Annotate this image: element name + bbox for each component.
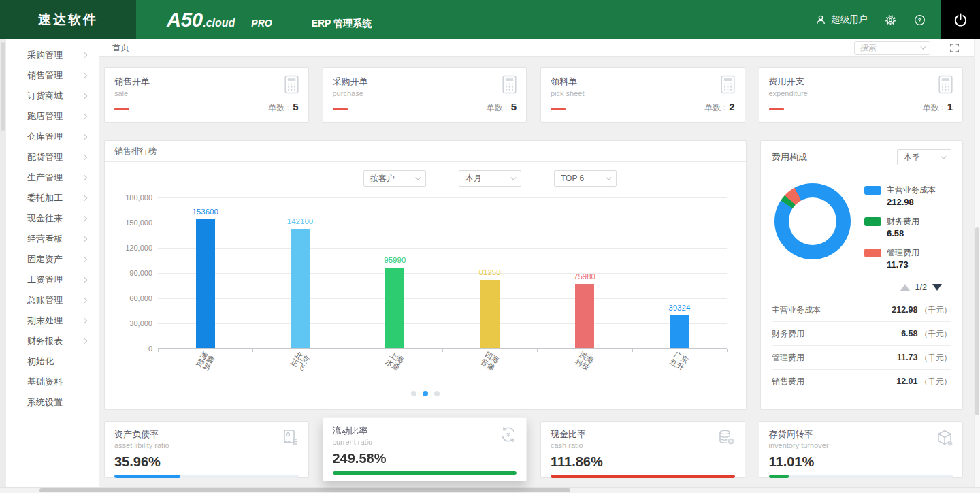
stat-card-count: 单数 : 5 (487, 101, 517, 114)
chevron-right-icon (82, 318, 87, 323)
breadcrumb-home[interactable]: 首页 (112, 42, 129, 54)
sidebar-item-14[interactable]: 财务报表 (0, 331, 99, 351)
vertical-scrollbar-thumb[interactable] (975, 227, 979, 415)
kpi-progress-track (551, 475, 735, 478)
calculator-icon (283, 75, 300, 97)
horizontal-scrollbar-thumb[interactable] (39, 488, 570, 492)
sales-ranking-card: 销售排行榜 按客户本月TOP 6 030,00060,00090,000120,… (104, 140, 747, 410)
sidebar-item-6[interactable]: 生产管理 (0, 168, 99, 188)
expense-row-1: 财务费用6.58 （千元） (772, 321, 951, 345)
sidebar-item-15[interactable]: 初始化 (0, 351, 99, 372)
stat-card-2[interactable]: 领料单pick sheet单数 : 2 (540, 67, 745, 123)
sidebar-item-7[interactable]: 委托加工 (0, 188, 99, 208)
bar-column-3: 81258 (442, 197, 537, 348)
horizontal-scrollbar[interactable] (0, 487, 980, 493)
carousel-dot-2[interactable] (434, 391, 440, 396)
carousel-dot-0[interactable] (411, 391, 416, 396)
kpi-card-0[interactable]: 资产负债率asset libility ratio35.96% (104, 421, 309, 478)
chevron-right-icon (82, 298, 87, 303)
sidebar-item-2[interactable]: 订货商城 (0, 86, 99, 106)
sidebar-item-5[interactable]: 配货管理 (0, 147, 99, 168)
chart-filter-select-1[interactable]: 本月 (459, 170, 521, 187)
expense-panel-title: 费用构成 (772, 151, 807, 163)
kpi-progress-track (333, 471, 517, 475)
sidebar-item-10[interactable]: 固定资产 (0, 249, 99, 270)
kpi-card-3[interactable]: 存货周转率inventory turnover11.01% (759, 421, 964, 478)
period-select[interactable]: 本季 (897, 149, 951, 165)
stat-card-1[interactable]: 采购开单purchase单数 : 5 (323, 67, 527, 123)
sidebar-item-12[interactable]: 总账管理 (0, 290, 99, 311)
sidebar-item-13[interactable]: 期末处理 (0, 311, 99, 331)
stat-card-title: 费用开支 (769, 76, 953, 88)
bar-column-0: 153600 (158, 197, 252, 348)
chevron-right-icon (82, 52, 87, 58)
sidebar-item-3[interactable]: 跑店管理 (0, 106, 99, 127)
red-dash (333, 108, 348, 110)
search-input[interactable]: 搜索 (854, 41, 930, 55)
sidebar-item-1[interactable]: 销售管理 (0, 65, 99, 86)
stat-card-subtitle: expenditure (769, 89, 953, 97)
receipt-icon (281, 428, 300, 450)
settings-gear-icon[interactable] (884, 14, 897, 27)
sidebar-item-17[interactable]: 系统设置 (0, 392, 99, 413)
chart-filter-select-0[interactable]: 按客户 (363, 170, 426, 187)
user-menu[interactable]: 超级用户 (815, 14, 868, 26)
chevron-right-icon (82, 216, 87, 221)
kpi-title: 现金比率 (551, 428, 735, 441)
bar-value-label: 153600 (151, 208, 259, 216)
chevron-right-icon (82, 257, 87, 262)
y-axis-tick: 120,000 (125, 244, 152, 252)
kpi-card-2[interactable]: 现金比率cash ratio111.86% (540, 421, 745, 478)
kpi-value: 35.96% (114, 454, 299, 470)
bar-column-2: 95990 (348, 197, 442, 348)
calculator-icon (501, 75, 518, 97)
expense-donut-chart (774, 183, 851, 259)
legend-page-down-icon[interactable] (932, 284, 942, 291)
x-axis-category-label: 北京正飞 (252, 353, 347, 369)
stat-card-count: 单数 : 5 (268, 101, 298, 114)
chevron-right-icon (82, 73, 87, 78)
donut-hole (789, 197, 836, 245)
sidebar-item-8[interactable]: 现金往来 (0, 208, 99, 229)
legend-item-0: 主营业务成本212.98 (864, 185, 936, 207)
stat-card-3[interactable]: 费用开支expenditure单数 : 1 (759, 67, 964, 123)
chevron-down-icon (920, 44, 926, 49)
x-axis-category-label: 洪海科技 (537, 353, 632, 369)
chevron-down-icon (415, 174, 421, 180)
stat-card-subtitle: pick sheet (551, 89, 735, 97)
stat-card-subtitle: sale (114, 89, 299, 97)
kpi-card-1[interactable]: 流动比率current ratio¥249.58% (323, 417, 527, 481)
expense-row-2: 管理费用11.73 （千元） (772, 345, 951, 369)
sidebar-item-9[interactable]: 经营看板 (0, 229, 99, 249)
stat-card-title: 领料单 (551, 76, 735, 88)
stat-card-count: 单数 : 2 (704, 101, 734, 114)
bar (291, 229, 310, 348)
y-axis-tick: 30,000 (129, 319, 152, 328)
legend-page-up-icon[interactable] (900, 284, 910, 291)
help-icon[interactable]: ? (913, 14, 926, 27)
bar-value-label: 75980 (530, 272, 638, 281)
carousel-dot-1[interactable] (423, 391, 428, 396)
bar-value-label: 81258 (436, 268, 544, 276)
fullscreen-icon[interactable] (949, 43, 960, 53)
vertical-scrollbar[interactable] (974, 39, 980, 487)
user-icon (815, 14, 827, 26)
bar-value-label: 142100 (246, 217, 354, 225)
sidebar-item-11[interactable]: 工资管理 (0, 270, 99, 290)
chart-filter-select-2[interactable]: TOP 6 (554, 170, 617, 187)
sidebar-item-0[interactable]: 采购管理 (0, 45, 99, 65)
stat-card-0[interactable]: 销售开单sale单数 : 5 (104, 67, 309, 123)
sidebar-scrollbar-thumb[interactable] (1, 42, 5, 131)
x-axis-tick (537, 349, 538, 352)
search-placeholder: 搜索 (860, 42, 877, 54)
chevron-right-icon (82, 155, 87, 160)
sidebar-scrollbar[interactable] (0, 39, 6, 493)
red-dash (769, 108, 784, 110)
x-axis-tick (252, 349, 253, 352)
bar (575, 284, 594, 348)
sidebar-item-16[interactable]: 基础资料 (0, 372, 99, 392)
kpi-value: 11.01% (769, 454, 953, 470)
logout-power-button[interactable] (941, 0, 980, 39)
sidebar-item-4[interactable]: 仓库管理 (0, 127, 99, 147)
chevron-right-icon (82, 93, 87, 99)
